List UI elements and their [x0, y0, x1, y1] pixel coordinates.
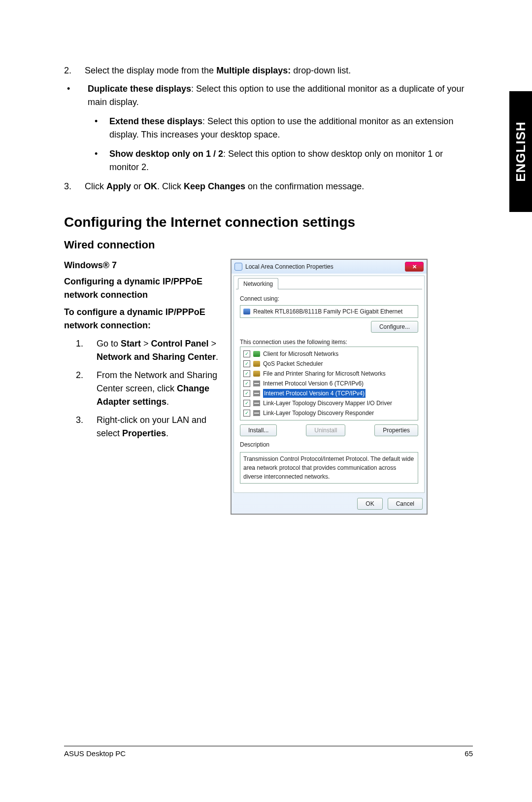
list-item[interactable]: Link-Layer Topology Discovery Responder	[242, 408, 416, 418]
configure-button[interactable]: Configure...	[371, 321, 418, 333]
task-heading: Configuring a dynamic IP/PPPoE network c…	[64, 275, 222, 302]
bullet-text: Duplicate these displays: Select this op…	[88, 82, 473, 109]
list-item[interactable]: File and Printer Sharing for Microsoft N…	[242, 369, 416, 379]
list-item[interactable]: Client for Microsoft Networks	[242, 349, 416, 359]
bullet-marker: •	[95, 115, 109, 141]
uninstall-button[interactable]: Uninstall	[306, 424, 345, 436]
checkbox-icon[interactable]	[243, 400, 250, 407]
cancel-button[interactable]: Cancel	[388, 498, 423, 510]
list-item[interactable]: Internet Protocol Version 6 (TCP/IPv6)	[242, 379, 416, 388]
protocol-icon	[253, 410, 260, 416]
list-item-selected[interactable]: Internet Protocol Version 4 (TCP/IPv4)	[242, 388, 416, 398]
bullet-text: Extend these displays: Select this optio…	[109, 115, 473, 141]
client-icon	[253, 351, 260, 357]
substep-3: 3. Right-click on your LAN and select Pr…	[76, 414, 222, 440]
bullet-duplicate: • Duplicate these displays: Select this …	[64, 82, 473, 109]
nic-icon	[243, 309, 250, 314]
section-heading: Configuring the Internet connection sett…	[64, 212, 473, 233]
dialog-title: Local Area Connection Properties	[245, 262, 333, 271]
checkbox-icon[interactable]	[243, 350, 250, 357]
os-heading: Windows® 7	[64, 259, 222, 272]
language-tab-label: ENGLISH	[513, 121, 529, 182]
description-label: Description	[240, 440, 418, 449]
network-icon	[234, 263, 242, 271]
items-label: This connection uses the following items…	[240, 338, 418, 347]
list-item[interactable]: QoS Packet Scheduler	[242, 359, 416, 369]
ok-button[interactable]: OK	[357, 498, 382, 510]
bullet-text: Show desktop only on 1 / 2: Select this …	[109, 147, 473, 174]
step-3: 3. Click Apply or OK. Click Keep Changes…	[64, 180, 473, 193]
service-icon	[253, 371, 260, 377]
protocol-icon	[253, 390, 260, 396]
adapter-name: Realtek RTL8168B/8111B Family PCI-E Giga…	[253, 307, 402, 316]
bullet-marker: •	[64, 82, 88, 109]
adapter-field[interactable]: Realtek RTL8168B/8111B Family PCI-E Giga…	[240, 305, 418, 318]
substep-1: 1. Go to Start > Control Panel > Network…	[76, 337, 222, 364]
connect-using-label: Connect using:	[240, 294, 418, 303]
install-button[interactable]: Install...	[240, 424, 277, 436]
step-text: Select the display mode from the Multipl…	[85, 64, 473, 77]
dialog-titlebar[interactable]: Local Area Connection Properties ✕	[232, 260, 427, 274]
step-marker: 3.	[76, 414, 97, 440]
step-text: From the Network and Sharing Center scre…	[97, 369, 222, 409]
step-text: Right-click on your LAN and select Prope…	[97, 414, 222, 440]
description-text: Transmission Control Protocol/Internet P…	[240, 452, 418, 484]
step-marker: 2.	[64, 64, 85, 77]
service-icon	[253, 361, 260, 367]
step-text: Go to Start > Control Panel > Network an…	[97, 337, 222, 364]
checkbox-icon[interactable]	[243, 360, 250, 367]
bullet-marker: •	[95, 147, 109, 174]
step-2: 2. Select the display mode from the Mult…	[64, 64, 473, 77]
bullet-extend: • Extend these displays: Select this opt…	[95, 115, 473, 141]
close-button[interactable]: ✕	[405, 262, 424, 272]
substep-2: 2. From the Network and Sharing Center s…	[76, 369, 222, 409]
checkbox-icon[interactable]	[243, 390, 250, 397]
checkbox-icon[interactable]	[243, 410, 250, 417]
protocol-icon	[253, 400, 260, 406]
checkbox-icon[interactable]	[243, 380, 250, 387]
properties-dialog: Local Area Connection Properties ✕ Netwo…	[231, 259, 428, 515]
step-marker: 3.	[64, 180, 85, 193]
list-item[interactable]: Link-Layer Topology Discovery Mapper I/O…	[242, 398, 416, 408]
language-tab: ENGLISH	[509, 91, 532, 212]
protocol-icon	[253, 381, 260, 386]
step-marker: 1.	[76, 337, 97, 364]
checkbox-icon[interactable]	[243, 370, 250, 377]
body-content: 2. Select the display mode from the Mult…	[64, 64, 473, 515]
items-listbox[interactable]: Client for Microsoft Networks QoS Packet…	[240, 347, 418, 420]
bullet-show-only: • Show desktop only on 1 / 2: Select thi…	[95, 147, 473, 174]
page-number: 65	[465, 749, 473, 758]
step-text: Click Apply or OK. Click Keep Changes on…	[85, 180, 473, 193]
lead-in: To configure a dynamic IP/PPPoE network …	[64, 306, 222, 332]
page-footer: ASUS Desktop PC 65	[64, 746, 473, 758]
step-marker: 2.	[76, 369, 97, 409]
tab-networking[interactable]: Networking	[238, 278, 278, 289]
properties-button[interactable]: Properties	[374, 424, 418, 436]
left-column: Windows® 7 Configuring a dynamic IP/PPPo…	[64, 259, 222, 445]
subsection-heading: Wired connection	[64, 237, 473, 253]
footer-product: ASUS Desktop PC	[64, 749, 126, 758]
